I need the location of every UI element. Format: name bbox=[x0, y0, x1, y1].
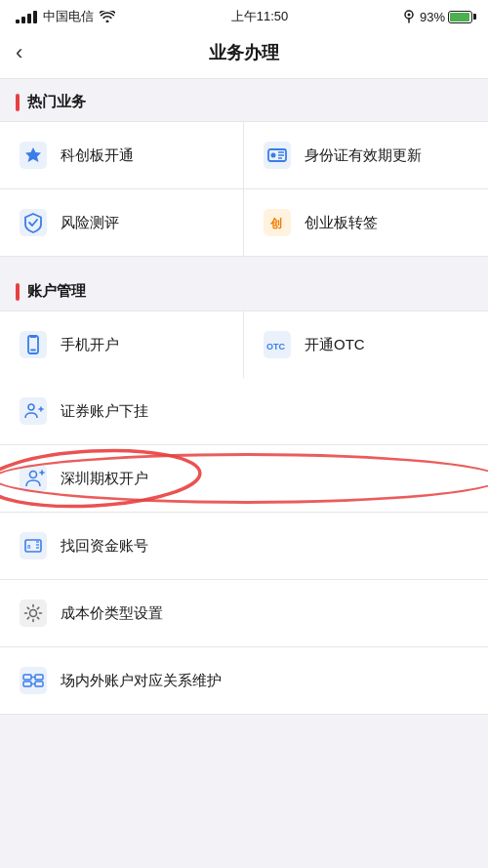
section-title-account: 账户管理 bbox=[27, 282, 86, 301]
svg-text:OTC: OTC bbox=[266, 342, 285, 351]
otc-icon: OTC bbox=[260, 327, 295, 362]
battery-percent: 93% bbox=[420, 10, 445, 24]
section-header-account: 账户管理 bbox=[0, 269, 488, 310]
section-header-hot: 热门业务 bbox=[0, 79, 488, 121]
changnei-label: 场内外账户对应关系维护 bbox=[61, 672, 222, 690]
account-menu-card: 手机开户 OTC 开通OTC 证券账户下挂 bbox=[0, 310, 488, 715]
svg-point-1 bbox=[407, 14, 410, 17]
status-left: 中国电信 bbox=[16, 8, 115, 25]
shenzhen-user-icon bbox=[16, 461, 51, 496]
menu-item-chuangye[interactable]: 创 创业板转签 bbox=[244, 189, 488, 256]
menu-item-changnei[interactable]: 场内外账户对应关系维护 bbox=[0, 647, 488, 714]
battery-display: 93% bbox=[420, 10, 472, 24]
menu-item-zhaohui[interactable]: 8 找回资金账号 bbox=[0, 513, 488, 580]
nav-bar: ‹ 业务办理 bbox=[0, 31, 488, 79]
signal-icon bbox=[16, 11, 37, 23]
hot-menu-card: 科创板开通 身份证有效期更新 bbox=[0, 121, 488, 257]
chuangye-label: 创业板转签 bbox=[305, 214, 378, 232]
page-title: 业务办理 bbox=[209, 41, 279, 64]
otc-label: 开通OTC bbox=[305, 336, 365, 354]
svg-text:创: 创 bbox=[269, 217, 282, 230]
battery-icon bbox=[448, 11, 472, 23]
phone-icon bbox=[16, 327, 51, 362]
user-link-icon bbox=[16, 393, 51, 429]
svg-point-7 bbox=[271, 153, 276, 158]
section-bar-account bbox=[16, 283, 20, 301]
link-accounts-icon bbox=[16, 663, 51, 698]
location-icon bbox=[404, 10, 414, 23]
menu-item-shoujikaihu[interactable]: 手机开户 bbox=[0, 311, 244, 378]
zhaohui-label: 找回资金账号 bbox=[61, 537, 148, 556]
wifi-icon bbox=[100, 11, 115, 22]
svg-rect-35 bbox=[20, 599, 47, 627]
svg-rect-17 bbox=[30, 337, 36, 339]
menu-item-shenfenzheng[interactable]: 身份证有效期更新 bbox=[244, 122, 488, 189]
battery-fill bbox=[450, 13, 469, 21]
svg-rect-20 bbox=[20, 397, 47, 425]
fengxian-label: 风险测评 bbox=[61, 214, 119, 232]
id-card-icon bbox=[260, 138, 295, 173]
settings-icon bbox=[16, 596, 51, 631]
create-icon: 创 bbox=[260, 205, 295, 240]
hot-menu-grid: 科创板开通 身份证有效期更新 bbox=[0, 122, 488, 256]
menu-item-chengben[interactable]: 成本价类型设置 bbox=[0, 580, 488, 647]
status-bar: 中国电信 上午11:50 93% bbox=[0, 0, 488, 31]
zhengquanxiagua-label: 证券账户下挂 bbox=[61, 402, 148, 421]
kechuangban-label: 科创板开通 bbox=[61, 146, 134, 165]
menu-item-shenzhenqiquan[interactable]: 深圳期权开户 bbox=[0, 445, 488, 513]
star-icon bbox=[16, 138, 51, 173]
chengben-label: 成本价类型设置 bbox=[61, 604, 163, 623]
shoujikaihu-label: 手机开户 bbox=[61, 336, 119, 354]
account-menu-grid-top: 手机开户 OTC 开通OTC bbox=[0, 311, 488, 378]
back-button[interactable]: ‹ bbox=[16, 42, 22, 63]
svg-rect-37 bbox=[20, 667, 47, 694]
find-account-icon: 8 bbox=[16, 528, 51, 563]
time-label: 上午11:50 bbox=[231, 8, 289, 25]
status-right: 93% bbox=[404, 10, 472, 24]
section-title-hot: 热门业务 bbox=[27, 93, 86, 111]
shield-icon bbox=[16, 205, 51, 240]
shenfenzheng-label: 身份证有效期更新 bbox=[305, 146, 422, 165]
menu-item-fengxian[interactable]: 风险测评 bbox=[0, 189, 244, 256]
svg-rect-29 bbox=[20, 532, 47, 559]
menu-item-zhengquanxiagua[interactable]: 证券账户下挂 bbox=[0, 378, 488, 445]
menu-item-otc[interactable]: OTC 开通OTC bbox=[244, 311, 488, 378]
carrier-label: 中国电信 bbox=[43, 8, 94, 25]
section-bar-hot bbox=[16, 94, 20, 111]
shenzhenqiquan-label: 深圳期权开户 bbox=[61, 470, 148, 488]
menu-item-kechuangban[interactable]: 科创板开通 bbox=[0, 122, 244, 189]
